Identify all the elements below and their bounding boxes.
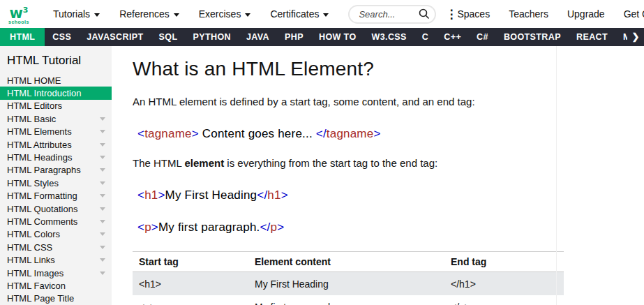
table-header-start-tag: Start tag bbox=[133, 252, 248, 272]
sidebar-item-html-attributes[interactable]: HTML Attributes bbox=[0, 138, 112, 151]
chevron-down-icon bbox=[100, 156, 105, 159]
chevron-down-icon bbox=[100, 181, 105, 185]
sidebar-item-list: HTML HOMEHTML IntroductionHTML EditorsHT… bbox=[0, 74, 112, 305]
lang-tab-javascript[interactable]: JAVASCRIPT bbox=[79, 28, 151, 46]
lang-tab-w3-css[interactable]: W3.CSS bbox=[364, 28, 414, 46]
sidebar-item-html-quotations[interactable]: HTML Quotations bbox=[0, 202, 112, 215]
top-menu-exercises[interactable]: Exercises bbox=[189, 8, 261, 20]
sidebar-item-label: HTML Headings bbox=[7, 152, 72, 163]
w3schools-logo-mark: w3 bbox=[9, 4, 28, 20]
code-token-name: p bbox=[144, 221, 151, 234]
sidebar-item-label: HTML Page Title bbox=[7, 293, 74, 304]
intro-paragraph: An HTML element is defined by a start ta… bbox=[133, 95, 644, 109]
top-menu-references[interactable]: References bbox=[110, 8, 189, 20]
top-link-teachers[interactable]: Teachers bbox=[509, 8, 548, 20]
code-token-bracket: > bbox=[373, 127, 380, 140]
search-icon[interactable] bbox=[419, 8, 430, 20]
sidebar-item-html-css[interactable]: HTML CSS bbox=[0, 241, 112, 253]
lang-tab-python[interactable]: PYTHON bbox=[185, 28, 239, 46]
sidebar-item-label: HTML Comments bbox=[7, 216, 77, 227]
sidebar-item-html-colors[interactable]: HTML Colors bbox=[0, 228, 112, 241]
top-menu-tutorials[interactable]: Tutorials bbox=[43, 8, 110, 20]
table-header-row: Start tagElement contentEnd tag bbox=[133, 252, 564, 272]
w3schools-logo[interactable]: w3 schools bbox=[8, 4, 29, 24]
sidebar-item-label: HTML Basic bbox=[7, 114, 56, 124]
sidebar-item-label: HTML HOME bbox=[7, 75, 61, 86]
chevron-down-icon bbox=[100, 117, 105, 121]
lang-tab-java[interactable]: JAVA bbox=[239, 28, 277, 46]
table-cell: My first paragraph. bbox=[248, 295, 444, 305]
sidebar-item-label: HTML Quotations bbox=[7, 204, 77, 214]
lang-tab-how-to[interactable]: HOW TO bbox=[311, 28, 364, 46]
page-body: HTML Tutorial HTML HOMEHTML Introduction… bbox=[0, 46, 644, 305]
code-example-tagname: <tagname> Content goes here... </tagname… bbox=[133, 126, 644, 141]
sidebar-item-html-images[interactable]: HTML Images bbox=[0, 267, 112, 279]
sidebar-item-html-headings[interactable]: HTML Headings bbox=[0, 151, 112, 163]
chevron-down-icon bbox=[100, 246, 105, 249]
dropdown-caret-icon bbox=[174, 13, 179, 17]
top-menu-certificates[interactable]: Certificates bbox=[260, 8, 338, 20]
table-body: <h1>My First Heading</h1><p>My first par… bbox=[133, 272, 564, 305]
table-cell: <h1> bbox=[133, 272, 248, 296]
sidebar-item-html-editors[interactable]: HTML Editors bbox=[0, 100, 112, 112]
page-title: What is an HTML Element? bbox=[133, 58, 644, 80]
sidebar-item-html-basic[interactable]: HTML Basic bbox=[0, 112, 112, 125]
paragraph-text: is everything from the start tag to the … bbox=[224, 157, 437, 169]
lang-tab-c[interactable]: C bbox=[414, 28, 436, 46]
paragraph-text: The HTML bbox=[133, 157, 184, 169]
table-cell: <p> bbox=[133, 295, 248, 305]
code-token-bracket: < bbox=[137, 188, 144, 202]
sidebar-item-label: HTML Paragraphs bbox=[7, 165, 81, 175]
sidebar-item-html-comments[interactable]: HTML Comments bbox=[0, 215, 112, 228]
sidebar-title: HTML Tutorial bbox=[0, 54, 112, 68]
lang-tab-css[interactable]: CSS bbox=[45, 28, 79, 46]
sidebar-item-label: HTML Favicon bbox=[7, 281, 66, 291]
bold-term: element bbox=[184, 157, 224, 169]
sidebar-item-label: HTML CSS bbox=[7, 242, 52, 253]
lang-tab-c[interactable]: C++ bbox=[436, 28, 469, 46]
table-header-element-content: Element content bbox=[248, 252, 444, 272]
lang-tab-react[interactable]: REACT bbox=[569, 28, 615, 46]
chevron-down-icon bbox=[100, 258, 105, 262]
tutorial-sidebar: HTML Tutorial HTML HOMEHTML Introduction… bbox=[0, 46, 112, 305]
sidebar-item-label: HTML Introduction bbox=[7, 88, 81, 98]
chevron-down-icon bbox=[100, 232, 105, 236]
code-token-bracket: > bbox=[277, 221, 284, 234]
sidebar-item-label: HTML Styles bbox=[7, 178, 59, 188]
code-token-text: Content goes here... bbox=[199, 127, 316, 140]
code-token-text: My First Heading bbox=[165, 188, 257, 202]
dropdown-caret-icon bbox=[94, 13, 100, 17]
scroll-right-icon[interactable]: ❯ bbox=[627, 28, 644, 46]
sidebar-item-html-paragraphs[interactable]: HTML Paragraphs bbox=[0, 164, 112, 177]
code-token-bracket: > bbox=[158, 188, 165, 202]
code-token-name: h1 bbox=[144, 188, 158, 202]
sidebar-item-html-home[interactable]: HTML HOME bbox=[0, 74, 112, 87]
kebab-menu-icon[interactable]: ⋮ bbox=[445, 8, 457, 20]
sidebar-item-html-favicon[interactable]: HTML Favicon bbox=[0, 279, 112, 292]
language-tab-bar: HTMLCSSJAVASCRIPTSQLPYTHONJAVAPHPHOW TOW… bbox=[0, 28, 644, 46]
lang-tab-sql[interactable]: SQL bbox=[151, 28, 186, 46]
chevron-down-icon bbox=[100, 143, 105, 147]
sidebar-item-html-introduction[interactable]: HTML Introduction bbox=[0, 87, 112, 99]
top-menu-group: TutorialsReferencesExercisesCertificates bbox=[43, 8, 338, 20]
lang-tab-c[interactable]: C# bbox=[469, 28, 496, 46]
top-link-get-certified[interactable]: Get Certified bbox=[624, 8, 644, 20]
top-link-spaces[interactable]: Spaces bbox=[457, 8, 490, 20]
chevron-down-icon bbox=[100, 220, 105, 223]
top-menu-label: Certificates bbox=[270, 8, 319, 20]
lang-tab-php[interactable]: PHP bbox=[277, 28, 311, 46]
top-link-upgrade[interactable]: Upgrade bbox=[567, 8, 605, 20]
chevron-down-icon bbox=[100, 130, 105, 133]
table-header-row: Start tagElement contentEnd tag bbox=[133, 252, 564, 272]
chevron-down-icon bbox=[100, 168, 105, 172]
code-token-bracket: </ bbox=[260, 221, 270, 234]
sidebar-item-html-page-title[interactable]: HTML Page Title bbox=[0, 292, 112, 305]
sidebar-item-html-styles[interactable]: HTML Styles bbox=[0, 177, 112, 189]
chevron-down-icon bbox=[100, 194, 105, 198]
sidebar-item-html-elements[interactable]: HTML Elements bbox=[0, 126, 112, 138]
lang-tab-bootstrap[interactable]: BOOTSTRAP bbox=[496, 28, 569, 46]
table-cell: My First Heading bbox=[248, 272, 444, 296]
sidebar-item-html-formatting[interactable]: HTML Formatting bbox=[0, 190, 112, 202]
lang-tab-html[interactable]: HTML bbox=[0, 28, 45, 46]
sidebar-item-html-links[interactable]: HTML Links bbox=[0, 253, 112, 266]
